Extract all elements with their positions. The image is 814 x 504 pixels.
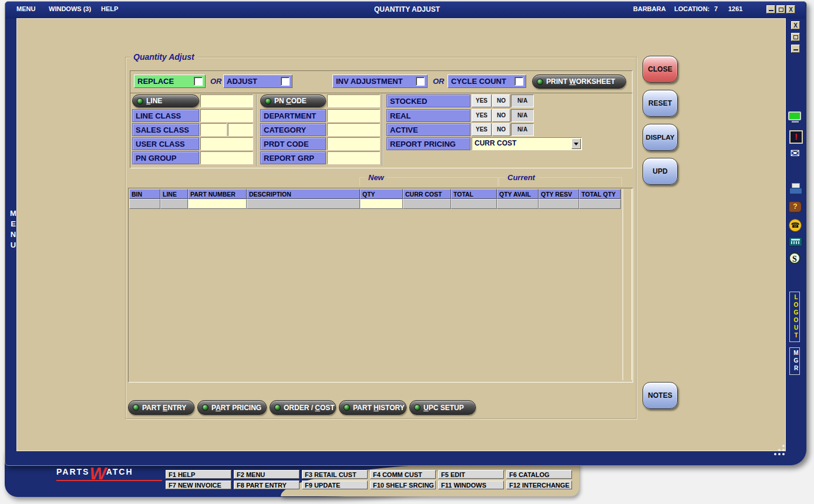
minimize-icon[interactable] [766, 5, 775, 13]
stocked-na-button[interactable]: N/A [511, 94, 534, 107]
fkey-f10[interactable]: F10 SHELF SRCING [370, 481, 436, 489]
real-no-button[interactable]: NO [492, 109, 510, 122]
inv-adjustment-checkbox[interactable]: INV ADJUSTMENT [332, 75, 428, 88]
col-header-description[interactable]: DESCRIPTION [247, 189, 360, 199]
inv-adjustment-checkbox-box[interactable] [416, 77, 425, 86]
sales-class-input-1[interactable] [200, 123, 227, 136]
row-cell-total[interactable] [451, 199, 497, 209]
fkey-f7[interactable]: F7 NEW INVOICE [166, 481, 231, 489]
fkey-f3[interactable]: F3 RETAIL CUST [302, 470, 368, 479]
chevron-down-icon[interactable] [571, 138, 581, 149]
pn-code-button[interactable]: PN CODE [260, 94, 326, 107]
display-button[interactable]: DISPLAY [643, 124, 678, 151]
upc-setup-button[interactable]: UPC SETUP [409, 400, 476, 415]
line-input[interactable] [200, 94, 253, 107]
close-button[interactable]: CLOSE [643, 56, 678, 83]
row-cell-line[interactable] [160, 199, 188, 209]
pn-group-input[interactable] [200, 151, 253, 164]
user-class-input[interactable] [200, 137, 253, 150]
upd-button[interactable]: UPD [643, 158, 678, 185]
alert-icon[interactable]: ! [789, 130, 803, 144]
order-cost-button[interactable]: ORDER / COST [270, 400, 336, 415]
col-header-bin[interactable]: BIN [129, 189, 160, 199]
printer-icon[interactable] [789, 183, 803, 194]
notes-button[interactable]: NOTES [643, 382, 678, 409]
row-cell-part-number-input[interactable] [188, 199, 247, 209]
replace-checkbox[interactable]: REPLACE [134, 75, 206, 88]
calculator-display [791, 239, 800, 241]
row-cell-description[interactable] [247, 199, 360, 209]
active-na-button[interactable]: N/A [511, 123, 534, 136]
pn-code-input[interactable] [327, 94, 380, 107]
or-label-2: OR [433, 77, 445, 86]
stocked-yes-button[interactable]: YES [472, 94, 492, 107]
real-na-button[interactable]: N/A [511, 109, 534, 122]
fkey-f1[interactable]: F1 HELP [166, 470, 231, 479]
fkey-f5[interactable]: F5 EDIT [438, 470, 504, 479]
adjust-checkbox[interactable]: ADJUST [223, 75, 292, 88]
report-pricing-value: CURR COST [475, 139, 516, 147]
row-cell-qty-input[interactable] [360, 199, 403, 209]
report-grp-input[interactable] [327, 151, 380, 164]
line-button[interactable]: LINE [132, 94, 199, 107]
print-worksheet-button[interactable]: PRINT WORKSHEET [532, 75, 626, 89]
rail-minimize-icon[interactable] [791, 45, 800, 53]
sidebar-menu-vertical[interactable]: MENU [5, 209, 18, 251]
monitor-icon[interactable] [788, 111, 802, 123]
sales-class-input-2[interactable] [228, 123, 253, 136]
report-pricing-select[interactable]: CURR COST [472, 137, 582, 150]
led-icon [344, 404, 350, 411]
cycle-count-checkbox[interactable]: CYCLE COUNT [448, 75, 526, 88]
col-header-total-qty[interactable]: TOTAL QTY [579, 189, 621, 199]
row-cell-curr-cost[interactable] [403, 199, 451, 209]
col-header-line[interactable]: LINE [160, 189, 188, 199]
reset-button[interactable]: RESET [643, 90, 678, 117]
rail-restore-icon[interactable] [791, 33, 800, 41]
report-pricing-label: REPORT PRICING [386, 137, 470, 150]
fields-divider-1 [256, 94, 257, 166]
col-header-part-number[interactable]: PART NUMBER [188, 189, 247, 199]
active-yes-button[interactable]: YES [472, 123, 492, 136]
help-book-icon[interactable]: ? [789, 201, 802, 212]
col-header-total[interactable]: TOTAL [451, 189, 497, 199]
close-icon[interactable]: X [786, 5, 795, 13]
line-class-input[interactable] [200, 109, 253, 122]
col-header-qty[interactable]: QTY [360, 189, 403, 199]
replace-checkbox-box[interactable] [194, 77, 203, 86]
part-pricing-button[interactable]: PART PRICING [197, 400, 267, 415]
fkey-f9[interactable]: F9 UPDATE [302, 481, 368, 489]
adjust-checkbox-box[interactable] [281, 77, 290, 86]
active-no-button[interactable]: NO [492, 123, 510, 136]
category-input[interactable] [327, 123, 380, 136]
row-cell-bin[interactable] [129, 199, 160, 209]
phone-icon[interactable]: ☎ [789, 219, 802, 232]
calculator-icon[interactable] [789, 237, 802, 246]
money-icon[interactable]: S [789, 252, 800, 264]
prdt-code-input[interactable] [327, 137, 380, 150]
fkey-f8[interactable]: F8 PART ENTRY [234, 481, 300, 489]
row-cell-total-qty[interactable] [579, 199, 621, 209]
part-history-button[interactable]: PART HISTORY [339, 400, 406, 415]
mail-icon[interactable]: ✉ [788, 147, 802, 160]
fkey-f6[interactable]: F6 CATALOG [506, 470, 572, 479]
fkey-f4[interactable]: F4 COMM CUST [370, 470, 436, 479]
real-yes-button[interactable]: YES [472, 109, 492, 122]
fkey-f12[interactable]: F12 INTERCHANGE [506, 481, 572, 489]
row-cell-qty-avail[interactable] [497, 199, 539, 209]
fkey-f11[interactable]: F11 WINDOWS [438, 481, 504, 489]
col-header-qty-resv[interactable]: QTY RESV [539, 189, 579, 199]
stocked-no-button[interactable]: NO [492, 94, 510, 107]
part-entry-button[interactable]: PART ENTRY [128, 400, 194, 415]
cycle-count-checkbox-box[interactable] [514, 77, 523, 86]
category-label: CATEGORY [260, 123, 326, 136]
col-header-qty-avail[interactable]: QTY AVAIL [497, 189, 539, 199]
grid-scrollbar[interactable] [623, 189, 632, 380]
rail-close-icon[interactable]: X [791, 21, 800, 29]
row-cell-qty-resv[interactable] [539, 199, 579, 209]
fkey-f2[interactable]: F2 MENU [234, 470, 300, 479]
mgr-button[interactable]: MGR [789, 347, 800, 375]
col-header-curr-cost[interactable]: CURR COST [403, 189, 451, 199]
logout-button[interactable]: LOGOUT [789, 292, 800, 342]
department-input[interactable] [327, 109, 380, 122]
restore-icon[interactable] [776, 5, 785, 13]
